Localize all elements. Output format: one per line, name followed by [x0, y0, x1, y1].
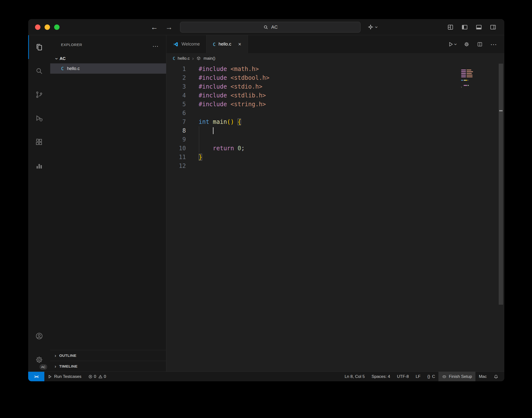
command-center-search[interactable]: AC — [180, 22, 361, 33]
forward-icon[interactable]: → — [165, 23, 173, 31]
code-line-1[interactable]: 1#include <math.h> — [166, 65, 504, 73]
remote-indicator[interactable]: >< — [28, 372, 44, 381]
code-line-3[interactable]: 3#include <stdio.h> — [166, 82, 504, 91]
scrollbar-thumb[interactable] — [499, 64, 503, 305]
tab-hello-c[interactable]: C hello.c × — [206, 35, 248, 53]
os-indicator[interactable]: Mac — [475, 372, 490, 381]
manage-settings-button[interactable]: AC — [28, 348, 50, 372]
search-activity-button[interactable] — [28, 59, 50, 83]
line-number: 10 — [166, 144, 199, 153]
tab-label: Welcome — [181, 42, 200, 47]
braces-icon: {} — [427, 374, 430, 379]
timeline-section-header[interactable]: › TIMELINE — [50, 361, 166, 372]
accounts-button[interactable] — [28, 324, 50, 348]
encoding-indicator[interactable]: UTF-8 — [394, 372, 412, 381]
toggle-primary-sidebar-icon[interactable] — [461, 24, 468, 31]
editor-scrollbar[interactable] — [497, 64, 504, 372]
settings-gear-icon[interactable] — [464, 41, 470, 47]
indentation-indicator[interactable]: Spaces: 4 — [368, 372, 394, 381]
code-line-9[interactable]: 9 — [166, 135, 504, 144]
code-line-2[interactable]: 2#include <stdbool.h> — [166, 73, 504, 82]
overview-cursor-marker — [499, 110, 503, 111]
status-bar-right: Ln 8, Col 5 Spaces: 4 UTF-8 LF {} C — [341, 372, 504, 381]
language-mode-indicator[interactable]: {} C — [424, 372, 439, 381]
line-number: 9 — [166, 135, 199, 144]
code-line-11[interactable]: 11} — [166, 153, 504, 162]
tab-welcome[interactable]: Welcome — [166, 35, 206, 53]
breadcrumb: C hello.c › main() — [166, 53, 504, 64]
code-text — [199, 126, 214, 135]
code-editor[interactable]: 1#include <math.h>2#include <stdbool.h>3… — [166, 64, 504, 372]
close-tab-icon[interactable]: × — [238, 42, 241, 47]
run-testcases-label: Run Testcases — [54, 374, 81, 379]
code-line-12[interactable]: 12 — [166, 162, 504, 170]
source-control-activity-button[interactable] — [28, 83, 50, 106]
zoom-window-button[interactable] — [54, 24, 60, 30]
cursor-position-label: Ln 8, Col 5 — [345, 374, 365, 379]
run-testcases-button[interactable]: Run Testcases — [44, 372, 85, 381]
indentation-label: Spaces: 4 — [372, 374, 390, 379]
command-center-label: AC — [271, 24, 278, 30]
breadcrumb-file[interactable]: hello.c — [178, 56, 190, 61]
line-number: 2 — [166, 73, 199, 82]
explorer-activity-button[interactable] — [28, 35, 50, 59]
status-bar: >< Run Testcases 0 0 Ln — [28, 372, 504, 381]
minimize-window-button[interactable] — [45, 24, 50, 30]
tab-bar: Welcome C hello.c × › — [166, 35, 504, 53]
cursor-position-indicator[interactable]: Ln 8, Col 5 — [341, 372, 368, 381]
code-line-8[interactable]: 8 — [166, 126, 504, 135]
vscode-window: ← → AC › — [28, 19, 504, 381]
c-file-icon: C — [173, 56, 175, 61]
extensions-activity-button[interactable] — [28, 130, 50, 154]
close-window-button[interactable] — [35, 24, 40, 30]
search-icon — [263, 24, 269, 30]
testcases-activity-button[interactable] — [28, 154, 50, 178]
code-line-6[interactable]: 6 — [166, 109, 504, 117]
toggle-panel-icon[interactable] — [475, 24, 482, 31]
c-file-icon: C — [61, 66, 64, 71]
titlebar: ← → AC › — [28, 19, 504, 35]
remote-icon: >< — [34, 374, 38, 379]
line-number: 11 — [166, 153, 199, 162]
chevron-down-icon: › — [53, 58, 60, 59]
chevron-right-icon: › — [55, 353, 56, 358]
split-editor-icon[interactable] — [477, 41, 483, 47]
folder-root-row[interactable]: › AC — [50, 54, 166, 63]
outline-section-header[interactable]: › OUTLINE — [50, 350, 166, 361]
customize-layout-icon[interactable] — [447, 24, 454, 31]
minimap-line — [461, 78, 473, 79]
code-line-10[interactable]: 10 return 0; — [166, 144, 504, 153]
finish-setup-button[interactable]: Finish Setup — [438, 372, 475, 381]
code-line-5[interactable]: 5#include <string.h> — [166, 100, 504, 109]
code-line-7[interactable]: 7int main() { — [166, 117, 504, 126]
history-navigation: ← → — [151, 19, 173, 35]
notifications-button[interactable] — [490, 372, 504, 381]
warning-count: 0 — [104, 374, 106, 379]
code-text: #include <stdlib.h> — [199, 91, 266, 100]
back-icon[interactable]: ← — [151, 23, 158, 31]
eol-indicator[interactable]: LF — [412, 372, 424, 381]
toggle-secondary-sidebar-icon[interactable] — [490, 24, 496, 31]
minimap-line — [461, 68, 473, 69]
line-number: 12 — [166, 162, 199, 170]
minimap[interactable] — [461, 66, 473, 87]
code-line-4[interactable]: 4#include <stdlib.h> — [166, 91, 504, 100]
profile-badge: AC — [40, 364, 47, 370]
copilot-menu-button[interactable]: › — [367, 19, 377, 35]
chevron-down-icon: › — [373, 26, 380, 28]
eol-label: LF — [416, 374, 421, 379]
warning-icon — [98, 374, 103, 379]
chevron-right-icon: › — [55, 364, 56, 369]
file-row-hello-c[interactable]: C hello.c — [50, 63, 166, 74]
account-icon — [35, 332, 43, 340]
os-label: Mac — [479, 374, 487, 379]
run-debug-activity-button[interactable] — [28, 106, 50, 130]
problems-indicator[interactable]: 0 0 — [85, 372, 109, 381]
line-number: 1 — [166, 65, 199, 73]
run-code-button[interactable]: › — [448, 41, 456, 47]
files-icon — [35, 43, 43, 51]
bar-chart-icon — [35, 162, 43, 170]
encoding-label: UTF-8 — [397, 374, 409, 379]
activity-bar: AC — [28, 35, 50, 372]
breadcrumb-symbol[interactable]: main() — [204, 56, 215, 61]
